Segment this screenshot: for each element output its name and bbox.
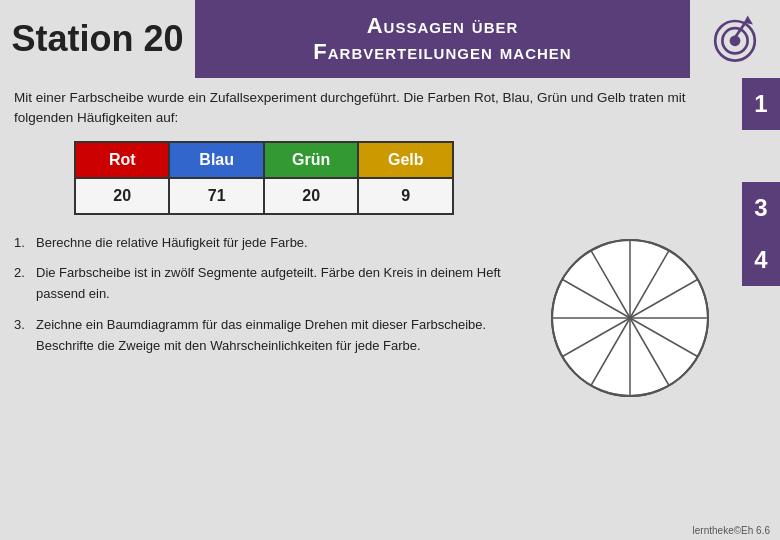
station-title: Station 20 xyxy=(11,18,183,60)
tasks-list: 1. Berechne die relative Häufigkeit für … xyxy=(14,233,520,403)
badge-4[interactable]: 4 xyxy=(742,234,780,286)
col-header-blau: Blau xyxy=(169,142,264,178)
target-icon xyxy=(708,12,762,66)
footer: lerntheke©Eh 6.6 xyxy=(693,525,770,536)
task-1-text: Berechne die relative Häufigkeit für jed… xyxy=(36,233,308,254)
badge-3[interactable]: 3 xyxy=(742,182,780,234)
header-icon-area xyxy=(690,0,780,78)
badge-1[interactable]: 1 xyxy=(742,78,780,130)
val-gelb: 9 xyxy=(358,178,453,214)
tasks-area: 1. Berechne die relative Häufigkeit für … xyxy=(14,233,730,403)
val-gruen: 20 xyxy=(264,178,359,214)
header-title-line2: Farbverteilungen machen xyxy=(313,39,571,65)
val-blau: 71 xyxy=(169,178,264,214)
footer-text: lerntheke©Eh 6.6 xyxy=(693,525,770,536)
task-item-1: 1. Berechne die relative Häufigkeit für … xyxy=(14,233,520,254)
task-item-2: 2. Die Farbscheibe ist in zwölf Segmente… xyxy=(14,263,520,305)
color-table: Rot Blau Grün Gelb 20 71 20 9 xyxy=(74,141,454,215)
val-rot: 20 xyxy=(75,178,169,214)
header-center: Aussagen über Farbverteilungen machen xyxy=(195,0,690,78)
col-header-gelb: Gelb xyxy=(358,142,453,178)
task-3-text: Zeichne ein Baumdiagramm für das einmali… xyxy=(36,315,520,357)
task-2-text: Die Farbscheibe ist in zwölf Segmente au… xyxy=(36,263,520,305)
station-box: Station 20 xyxy=(0,0,195,78)
header: Station 20 Aussagen über Farbverteilunge… xyxy=(0,0,780,78)
side-badges: 1 3 4 xyxy=(742,78,780,286)
pie-chart xyxy=(545,233,715,403)
col-header-gruen: Grün xyxy=(264,142,359,178)
header-title-line1: Aussagen über xyxy=(367,13,519,39)
main-content: Mit einer Farbscheibe wurde ein Zufallse… xyxy=(0,78,780,413)
task-item-3: 3. Zeichne ein Baumdiagramm für das einm… xyxy=(14,315,520,357)
intro-text: Mit einer Farbscheibe wurde ein Zufallse… xyxy=(14,88,730,129)
col-header-rot: Rot xyxy=(75,142,169,178)
pie-chart-area xyxy=(530,233,730,403)
